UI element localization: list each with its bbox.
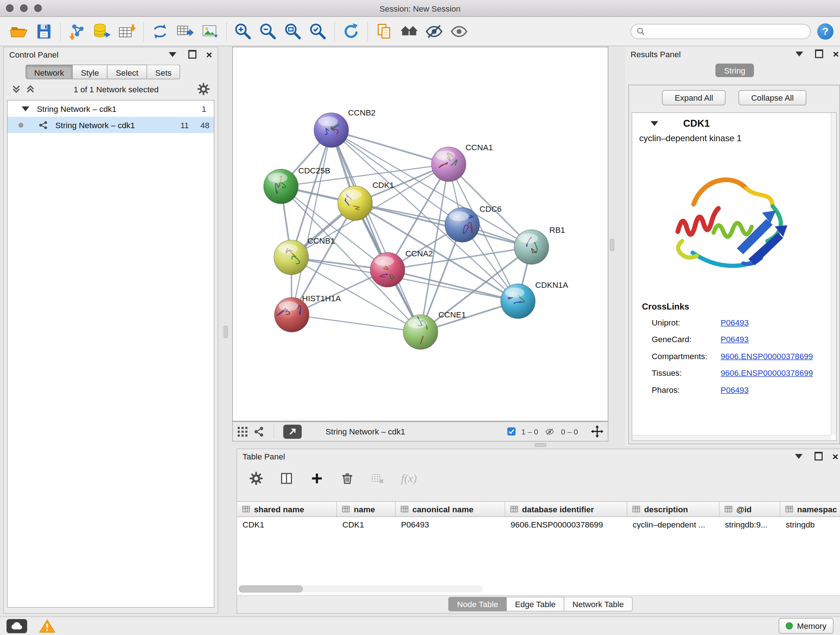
section-disclosure-icon[interactable]: [651, 121, 658, 126]
export-image-button[interactable]: [197, 19, 223, 43]
birdseye-grid-icon[interactable]: [237, 426, 248, 437]
column-header-canonical-name[interactable]: canonical name: [396, 502, 505, 516]
close-window-button[interactable]: [6, 4, 14, 12]
tab-select[interactable]: Select: [108, 65, 147, 80]
panel-menu-icon[interactable]: [796, 51, 803, 57]
zoom-out-button[interactable]: [256, 19, 281, 43]
table-horizontal-scrollbar[interactable]: [239, 585, 483, 593]
import-network-database-button[interactable]: [90, 19, 115, 43]
search-input[interactable]: [649, 27, 805, 36]
help-button[interactable]: ?: [817, 23, 834, 40]
column-header-database-identifier[interactable]: database identifier: [505, 502, 628, 516]
memory-button[interactable]: Memory: [778, 618, 834, 634]
network-edge[interactable]: [332, 130, 449, 164]
selected-checkbox-icon[interactable]: [507, 427, 516, 436]
zoom-fit-button[interactable]: [281, 19, 306, 43]
network-edge[interactable]: [292, 315, 421, 332]
expand-all-icon[interactable]: [26, 84, 35, 94]
tab-string[interactable]: String: [715, 64, 754, 78]
network-edge[interactable]: [355, 203, 532, 247]
table-settings-gear-icon[interactable]: [249, 471, 264, 486]
network-view[interactable]: CCNB2CCNA1CDC25BCDK1CDC6RB1CCNB1CCNA2CDK…: [232, 47, 608, 421]
network-collection-row[interactable]: String Network – cdk1 1: [8, 101, 214, 117]
network-node-CCNB2[interactable]: [314, 112, 349, 147]
float-panel-icon[interactable]: [815, 50, 823, 58]
crosslink-link[interactable]: 9606.ENSP00000378699: [721, 352, 813, 361]
pan-crosshair-icon[interactable]: [591, 425, 604, 438]
open-session-button[interactable]: [6, 19, 32, 43]
column-header-namespac[interactable]: namespac: [780, 502, 840, 516]
results-vertical-scrollbar[interactable]: [831, 113, 836, 435]
crosslink-link[interactable]: P06493: [721, 385, 749, 394]
save-session-button[interactable]: [32, 19, 57, 43]
import-network-file-button[interactable]: [65, 19, 90, 43]
tab-network[interactable]: Network: [26, 65, 73, 80]
network-node-CCNA1[interactable]: [431, 147, 466, 182]
apply-layout-button[interactable]: [339, 19, 363, 43]
hidden-eye-slash-icon[interactable]: [544, 426, 556, 436]
close-panel-icon[interactable]: ×: [832, 451, 838, 462]
column-header-name[interactable]: name: [337, 502, 396, 516]
hide-graphics-button[interactable]: [422, 19, 447, 43]
results-horizontal-scrollbar[interactable]: [632, 435, 832, 440]
tab-node-table[interactable]: Node Table: [448, 597, 507, 612]
crosslink-link[interactable]: P06493: [721, 334, 749, 344]
zoom-selected-button[interactable]: [306, 19, 331, 43]
show-columns-icon[interactable]: [279, 471, 294, 486]
float-panel-icon[interactable]: [188, 50, 196, 59]
panel-menu-icon[interactable]: [169, 52, 176, 57]
network-graph[interactable]: CCNB2CCNA1CDC25BCDK1CDC6RB1CCNB1CCNA2CDK…: [233, 48, 608, 421]
column-header--id[interactable]: @id: [720, 502, 780, 516]
gear-icon[interactable]: [197, 82, 210, 96]
network-node-RB1[interactable]: [514, 230, 549, 264]
import-table-file-button[interactable]: [115, 19, 140, 43]
collapse-all-button[interactable]: Collapse All: [739, 90, 806, 105]
network-node-CCNB1[interactable]: [274, 240, 309, 275]
export-table-button[interactable]: [172, 19, 197, 43]
network-edge[interactable]: [292, 130, 332, 315]
open-in-new-window-button[interactable]: [283, 424, 302, 439]
network-node-CCNA2[interactable]: [370, 252, 405, 287]
float-panel-icon[interactable]: [814, 452, 823, 461]
network-row-selected[interactable]: String Network – cdk1 11 48: [8, 117, 214, 133]
collection-disclosure-icon[interactable]: [22, 106, 29, 111]
network-edge[interactable]: [332, 130, 421, 332]
expand-all-button[interactable]: Expand All: [662, 90, 726, 105]
string-overview-button[interactable]: [397, 19, 422, 43]
network-node-CDK1[interactable]: [338, 186, 373, 220]
minimize-window-button[interactable]: [20, 4, 28, 12]
vertical-splitter-handle[interactable]: [610, 239, 614, 251]
collapse-all-icon[interactable]: [11, 84, 21, 94]
tab-sets[interactable]: Sets: [147, 65, 180, 80]
show-graphics-button[interactable]: [447, 19, 472, 43]
zoom-window-button[interactable]: [34, 4, 42, 12]
column-header-description[interactable]: description: [627, 502, 720, 516]
network-node-CDKN1A[interactable]: [501, 284, 535, 318]
tab-network-table[interactable]: Network Table: [564, 597, 633, 612]
selection-text: 1 of 1 Network selected: [40, 84, 193, 94]
panel-menu-icon[interactable]: [795, 454, 802, 459]
network-node-CDC25B[interactable]: [264, 169, 298, 204]
network-node-CDC6[interactable]: [445, 207, 480, 242]
copy-style-button[interactable]: [372, 19, 397, 43]
vertical-splitter-handle[interactable]: [224, 326, 228, 338]
crosslink-link[interactable]: 9606.ENSP00000378699: [721, 368, 813, 378]
close-panel-icon[interactable]: ×: [206, 49, 212, 60]
zoom-in-button[interactable]: [231, 19, 256, 43]
warning-icon[interactable]: [39, 619, 55, 633]
scrollbar-thumb[interactable]: [239, 585, 303, 593]
add-column-icon[interactable]: [310, 471, 324, 486]
table-row[interactable]: CDK1CDK1P064939606.ENSP00000378699cyclin…: [237, 517, 840, 532]
tab-edge-table[interactable]: Edge Table: [507, 597, 564, 612]
tab-style[interactable]: Style: [73, 65, 108, 80]
new-network-from-selection-button[interactable]: [148, 19, 172, 43]
horizontal-splitter-handle[interactable]: [535, 443, 546, 447]
crosslink-link[interactable]: P06493: [721, 318, 749, 327]
network-share-icon[interactable]: [254, 426, 264, 437]
delete-column-trash-icon[interactable]: [340, 471, 355, 486]
close-panel-icon[interactable]: ×: [833, 49, 839, 59]
protein-section-header[interactable]: CDK1: [632, 113, 836, 134]
cloud-button[interactable]: [6, 619, 27, 633]
network-node-CCNE1[interactable]: [403, 315, 438, 349]
column-header-shared-name[interactable]: shared name: [237, 502, 337, 516]
